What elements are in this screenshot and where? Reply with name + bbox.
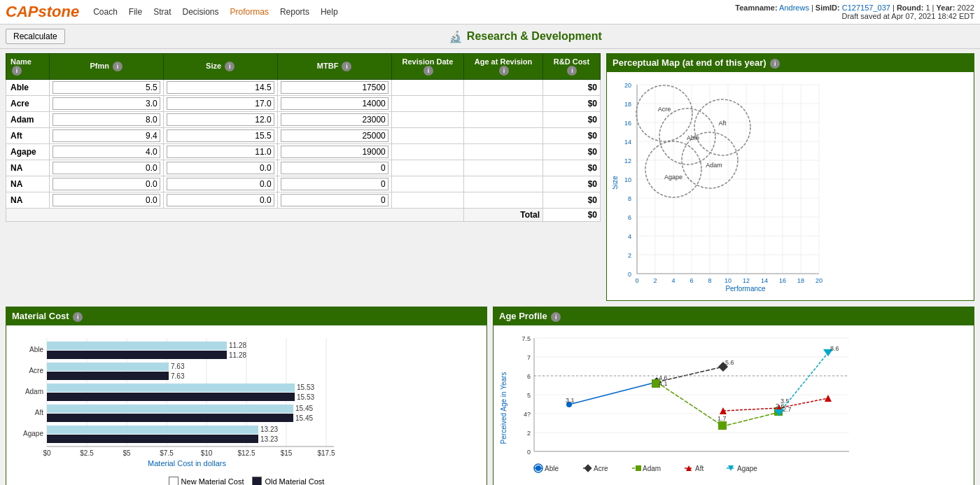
row-4-mtbf[interactable] [277,144,391,160]
mtbf-input-0[interactable] [281,81,388,94]
pfmn-input-3[interactable] [52,129,160,142]
size-input-0[interactable] [167,81,274,94]
mtbf-info-icon[interactable]: i [342,62,351,71]
recalculate-button[interactable]: Recalculate [6,29,65,44]
row-0-size[interactable] [163,80,277,96]
svg-text:15.45: 15.45 [295,414,313,422]
size-input-5[interactable] [167,162,274,174]
legend-new-label: New Material Cost [181,477,244,485]
pfmn-input-5[interactable] [52,162,160,174]
name-info-icon[interactable]: i [12,66,22,76]
total-cost: $0 [542,209,600,222]
pfmn-input-0[interactable] [52,81,160,94]
teamname-value[interactable]: Andrews [779,3,809,12]
size-input-2[interactable] [167,113,274,126]
row-2-size[interactable] [163,112,277,128]
row-4-revision-date [391,144,463,160]
svg-text:14: 14 [624,139,631,146]
pfmn-input-2[interactable] [52,113,160,126]
age-profile-title: Age Profile i [493,307,974,325]
row-6-pfmn[interactable] [49,176,163,192]
pfmn-input-4[interactable] [52,146,160,158]
mtbf-input-3[interactable] [281,129,388,142]
svg-text:Aft: Aft [35,409,43,416]
revdate-info-icon[interactable]: i [424,66,433,76]
svg-rect-89 [47,435,258,443]
mtbf-input-4[interactable] [281,146,388,158]
svg-text:$0: $0 [43,449,51,457]
nav-reports[interactable]: Reports [280,7,309,17]
row-1-mtbf[interactable] [277,96,391,112]
row-0-mtbf[interactable] [277,80,391,96]
perceptual-map-title: Perceptual Map (at end of this year) i [607,54,974,72]
header-info: Teamname: Andrews | SimID: C127157_037 |… [735,3,974,20]
rdcost-info-icon[interactable]: i [567,66,577,76]
row-4-size[interactable] [163,144,277,160]
pfmn-input-1[interactable] [52,97,160,110]
row-0-name: Able [6,80,50,96]
size-input-6[interactable] [167,178,274,190]
header: CAPstone Coach File Strat Decisions Prof… [0,0,980,24]
row-1-pfmn[interactable] [49,96,163,112]
row-7-mtbf[interactable] [277,192,391,209]
nav-strat[interactable]: Strat [153,7,171,17]
row-3-mtbf[interactable] [277,128,391,144]
svg-text:0: 0 [527,449,531,456]
nav-decisions[interactable]: Decisions [183,7,219,17]
nav-help[interactable]: Help [321,7,338,17]
svg-text:$15: $15 [281,449,293,457]
row-7-pfmn[interactable] [49,192,163,209]
row-0-pfmn[interactable] [49,80,163,96]
svg-text:Agape: Agape [23,430,43,437]
row-7-size[interactable] [163,192,277,209]
size-input-1[interactable] [167,97,274,110]
row-3-size[interactable] [163,128,277,144]
row-2-pfmn[interactable] [49,112,163,128]
row-4-age-at-revision [464,144,543,160]
size-info-icon[interactable]: i [225,62,234,71]
size-input-7[interactable] [167,194,274,206]
row-6-mtbf[interactable] [277,176,391,192]
mtbf-input-1[interactable] [281,97,388,110]
pfmn-info-icon[interactable]: i [113,62,122,71]
svg-text:Acre: Acre [29,367,43,374]
svg-text:0: 0 [628,271,631,278]
row-5-size[interactable] [163,160,277,176]
row-3-pfmn[interactable] [49,128,163,144]
row-1-rd-cost: $0 [542,96,600,112]
material-cost-info-icon[interactable]: i [73,312,83,322]
main-content: Name i Pfmn i Size i MTBF i Revision Dat… [0,49,980,485]
ageatrev-info-icon[interactable]: i [499,66,509,76]
pfmn-input-6[interactable] [52,178,160,190]
rd-table-panel: Name i Pfmn i Size i MTBF i Revision Dat… [6,53,601,301]
row-2-name: Adam [6,112,50,128]
perceptual-info-icon[interactable]: i [770,59,780,69]
toolbar: Recalculate 🔬 Research & Development [0,24,980,49]
mtbf-input-7[interactable] [281,194,388,206]
row-1-size[interactable] [163,96,277,112]
row-6-size[interactable] [163,176,277,192]
total-empty [6,209,464,222]
nav-proformas[interactable]: Proformas [230,7,269,17]
mtbf-input-5[interactable] [281,162,388,174]
pfmn-input-7[interactable] [52,194,160,206]
perceptual-map-content: Size Performance [607,72,974,300]
svg-text:8.6: 8.6 [830,345,839,352]
row-5-mtbf[interactable] [277,160,391,176]
size-input-3[interactable] [167,129,274,142]
row-5-pfmn[interactable] [49,160,163,176]
age-profile-content: Perceived Age in Years [493,325,974,485]
mtbf-input-2[interactable] [281,113,388,126]
svg-point-52 [694,99,750,155]
mtbf-input-6[interactable] [281,178,388,190]
row-2-age-at-revision [464,112,543,128]
size-input-4[interactable] [167,146,274,158]
row-2-mtbf[interactable] [277,112,391,128]
simid-value[interactable]: C127157_037 [842,3,890,12]
svg-text:Performance: Performance [725,285,766,293]
row-4-pfmn[interactable] [49,144,163,160]
nav-file[interactable]: File [129,7,142,17]
nav-coach[interactable]: Coach [93,7,118,17]
svg-text:18: 18 [624,101,631,108]
age-profile-info-icon[interactable]: i [551,312,561,322]
